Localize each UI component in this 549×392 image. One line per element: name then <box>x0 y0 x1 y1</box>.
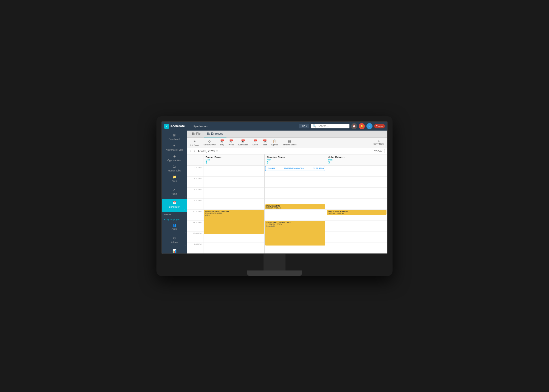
crm-arrow: › <box>185 231 186 233</box>
reports-icon: 📊 <box>172 249 177 253</box>
sidebar-item-admin[interactable]: ⚙ Admin › <box>162 235 187 247</box>
candice-shino-column: 12:00 AM 22-1542-W - John Test 12:00 AM … <box>264 165 326 253</box>
app-shell: X Xcelerate Syncfusion File ▾ 🔍 ⏰ 🔔 ? Em… <box>162 122 387 253</box>
scheduler-icon: 📅 <box>172 201 177 205</box>
current-date: April 3, 2023 <box>198 150 215 153</box>
scheduler-arrow: ✓ <box>184 209 186 211</box>
day-icon: 📅 <box>220 139 224 143</box>
top-bar-icons: ⏰ 🔔 ? Ember <box>351 123 385 129</box>
event-bob-tabeman[interactable]: 22-1606-W - Bob Tabeman 10:00 AM - 12:00… <box>204 210 264 234</box>
syncfusion-label: Syncfusion <box>193 125 297 128</box>
sidebar-item-tasks[interactable]: ✓ Tasks › <box>162 186 187 199</box>
tab-by-file[interactable]: By File <box>189 131 204 137</box>
settings-icon: ⚙ <box>378 140 380 143</box>
notification-icon[interactable]: 🔔 <box>359 123 365 129</box>
monitor-stand-neck <box>264 254 285 270</box>
settings-button[interactable]: ⚙ SETTINGS <box>372 140 385 146</box>
time-slot-7am: 7:00 AM <box>187 176 203 187</box>
today-button[interactable]: TODAY <box>372 149 385 153</box>
toolbar-workweek-button[interactable]: 📅 WorkWeek <box>237 139 249 146</box>
week-icon: 📅 <box>229 139 233 143</box>
sidebar-item-new-master-job[interactable]: ＋ New Master Job <box>162 142 187 153</box>
calendar-header: Ember Davis Mon 3 Candice Shino Mon 3 Jo… <box>187 154 387 165</box>
monitor-stand-base <box>247 270 302 276</box>
year-icon: 📅 <box>263 139 267 143</box>
clock-icon[interactable]: ⏰ <box>351 123 357 129</box>
workweek-icon: 📅 <box>241 139 245 143</box>
user-avatar[interactable]: Ember <box>374 124 385 128</box>
time-slot-10am: 10:00 AM <box>187 209 203 220</box>
logo-icon: X <box>164 124 169 129</box>
app-logo: X Xcelerate <box>164 124 189 129</box>
sidebar-item-crm[interactable]: 👥 CRM › <box>162 222 187 235</box>
admin-arrow: › <box>185 244 186 246</box>
calendar-container: Ember Davis Mon 3 Candice Shino Mon 3 Jo… <box>187 154 387 253</box>
files-arrow: › <box>185 183 186 185</box>
toolbar: ＋ Job Event ◇ Sales Activity 📅 Day 📅 <box>187 138 387 148</box>
employee-header-candice: Candice Shino Mon 3 <box>264 154 326 165</box>
date-nav: ‹ › April 3, 2023 ▾ TODAY <box>187 148 387 154</box>
event-steven-clark[interactable]: 23-1921-WC - Steven Clark 11:00 AM - 1:0… <box>265 221 325 246</box>
next-button[interactable]: › <box>193 149 196 153</box>
time-header <box>187 154 203 165</box>
sidebar-item-scheduler[interactable]: 📅 Scheduler ✓ <box>162 199 187 212</box>
master-jobs-icon: 🗂 <box>172 164 177 169</box>
help-icon[interactable]: ? <box>366 123 372 129</box>
time-slot-1pm: 1:00 PM <box>187 242 203 253</box>
time-slot-9am: 9:00 AM <box>187 198 203 209</box>
john-belonzi-column: Fake Donate to Atlanta 10:00 AM - 10:00 … <box>326 165 387 253</box>
admin-icon: ⚙ <box>172 236 177 240</box>
bullet-icon: ● <box>164 218 166 221</box>
event-daily-standup[interactable]: Daily Stand Up 9:00 AM - 9:15 AM <box>265 204 325 209</box>
sidebar-item-files[interactable]: 📁 Files › <box>162 173 187 186</box>
ember-davis-column: 22-1606-W - Bob Tabeman 10:00 AM - 12:00… <box>203 165 264 253</box>
toolbar-year-button[interactable]: 📅 Year <box>262 139 268 146</box>
crm-icon: 👥 <box>172 223 177 227</box>
employee-header-john: John Belonzi Mon 3 <box>326 154 387 165</box>
sidebar-item-dashboard[interactable]: ⊞ Dashboard <box>162 132 187 142</box>
tab-by-employee[interactable]: By Employee <box>204 131 227 137</box>
tasks-arrow: › <box>185 196 186 198</box>
toolbar-sales-activity-button[interactable]: ◇ Sales Activity <box>202 139 217 146</box>
top-bar: X Xcelerate Syncfusion File ▾ 🔍 ⏰ 🔔 ? Em… <box>162 122 387 131</box>
files-icon: 📁 <box>172 175 177 179</box>
toolbar-timeline-views-button[interactable]: ▦ Timeline Views <box>282 139 298 146</box>
event-john-test[interactable]: 12:00 AM 22-1542-W - John Test 12:00 AM … <box>265 166 325 171</box>
toolbar-job-event-button[interactable]: ＋ Job Event <box>189 139 200 147</box>
chevron-down-icon: ▾ <box>306 125 307 128</box>
sidebar-sub-by-employee[interactable]: ● By Employee <box>162 217 187 222</box>
search-bar[interactable]: 🔍 <box>311 124 349 128</box>
toolbar-day-button[interactable]: 📅 Day <box>219 139 225 146</box>
monitor-screen: X Xcelerate Syncfusion File ▾ 🔍 ⏰ 🔔 ? Em… <box>161 121 388 254</box>
search-icon: 🔍 <box>313 124 316 128</box>
toolbar-agenda-button[interactable]: 📋 Agenda <box>270 139 279 146</box>
employee-header-ember: Ember Davis Mon 3 <box>203 154 264 165</box>
sidebar-item-master-jobs[interactable]: 🗂 Master Jobs <box>162 163 187 173</box>
time-slot-8am: 8:00 AM <box>187 187 203 198</box>
opportunities-icon: ◈ <box>172 154 177 158</box>
time-slot-2pm: 2:00 PM <box>187 253 203 253</box>
agenda-icon: 📋 <box>273 139 277 143</box>
event-fake-donate-atlanta[interactable]: Fake Donate to Atlanta 10:00 AM - 10:00 … <box>327 210 386 215</box>
search-input[interactable] <box>318 125 348 128</box>
sidebar-item-opportunities[interactable]: ◈ Opportunities <box>162 153 187 163</box>
date-dropdown[interactable]: ▾ <box>216 150 218 153</box>
toolbar-month-button[interactable]: 📅 Month <box>251 139 259 146</box>
prev-button[interactable]: ‹ <box>189 149 192 153</box>
time-slot-12pm: 12:00 PM <box>187 231 203 242</box>
toolbar-week-button[interactable]: 📅 Week <box>228 139 235 146</box>
sidebar-item-reports[interactable]: 📊 Reports <box>162 247 187 253</box>
app-name: Xcelerate <box>170 124 185 128</box>
file-select[interactable]: File ▾ <box>299 124 309 128</box>
dashboard-icon: ⊞ <box>172 133 177 137</box>
new-master-job-icon: ＋ <box>172 143 177 148</box>
sales-activity-icon: ◇ <box>208 139 211 143</box>
sidebar-sub-by-file[interactable]: By File <box>162 212 187 217</box>
view-tabs: By File By Employee <box>187 131 387 138</box>
time-slot-6am: 6:00 AM <box>187 165 203 176</box>
time-slot-11am: 11:00 AM <box>187 220 203 231</box>
tasks-icon: ✓ <box>172 188 177 192</box>
calendar-body: 6:00 AM 7:00 AM 8:00 AM 9:00 AM 10:00 AM… <box>187 165 387 253</box>
timeline-views-icon: ▦ <box>288 139 291 143</box>
content-area: By File By Employee ＋ Job Event ◇ Sales … <box>187 131 387 253</box>
